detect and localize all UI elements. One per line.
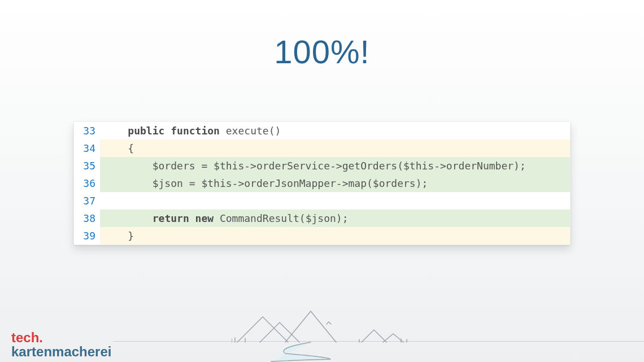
code-line: 37 <box>74 192 570 210</box>
slide-title: 100%! <box>0 33 644 71</box>
code-text <box>100 202 570 204</box>
footer: tech. kartenmacherei <box>0 311 644 362</box>
code-line: 38 return new CommandResult($json); <box>74 210 570 227</box>
line-number: 39 <box>74 227 100 245</box>
line-number: 33 <box>74 122 100 139</box>
line-number: 36 <box>74 175 100 192</box>
code-line: 39 } <box>74 227 570 245</box>
line-number: 35 <box>74 157 100 175</box>
mountains-illustration <box>232 308 424 362</box>
code-text: return new CommandResult($json); <box>100 210 570 227</box>
code-text: $json = $this->orderJsonMapper->map($ord… <box>100 175 570 192</box>
code-text: public function execute() <box>100 122 570 139</box>
code-line: 35 $orders = $this->orderService->getOrd… <box>74 157 570 175</box>
brand-logo: tech. kartenmacherei <box>11 330 111 359</box>
code-snippet: 33 public function execute()34 {35 $orde… <box>73 121 571 245</box>
code-line: 36 $json = $this->orderJsonMapper->map($… <box>74 175 570 192</box>
line-number: 37 <box>74 192 100 210</box>
brand-line-1: tech. <box>11 330 111 344</box>
code-text: } <box>100 227 570 245</box>
line-number: 38 <box>74 210 100 227</box>
code-text: $orders = $this->orderService->getOrders… <box>100 157 570 175</box>
horizon-line <box>113 341 644 342</box>
brand-line-2: kartenmacherei <box>11 344 111 359</box>
code-line: 34 { <box>74 139 570 157</box>
line-number: 34 <box>74 139 100 157</box>
code-line: 33 public function execute() <box>74 122 570 139</box>
code-text: { <box>100 139 570 157</box>
